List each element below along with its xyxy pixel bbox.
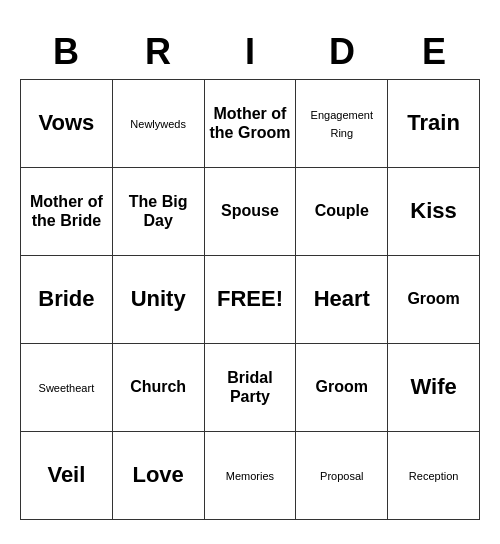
cell-r5c1: Veil: [21, 431, 113, 519]
header-d: D: [296, 25, 388, 79]
table-row: Sweetheart Church Bridal Party Groom Wif…: [21, 343, 480, 431]
cell-r1c5: Train: [388, 79, 480, 167]
cell-r5c3: Memories: [204, 431, 296, 519]
cell-r4c3: Bridal Party: [204, 343, 296, 431]
cell-r2c4: Couple: [296, 167, 388, 255]
table-row: Mother of the Bride The Big Day Spouse C…: [21, 167, 480, 255]
table-row: Bride Unity FREE! Heart Groom: [21, 255, 480, 343]
cell-r3c2: Unity: [112, 255, 204, 343]
cell-r3c1: Bride: [21, 255, 113, 343]
table-row: Veil Love Memories Proposal Reception: [21, 431, 480, 519]
cell-r1c2: Newlyweds: [112, 79, 204, 167]
table-row: Vows Newlyweds Mother of the Groom Engag…: [21, 79, 480, 167]
cell-r2c1: Mother of the Bride: [21, 167, 113, 255]
cell-r4c1: Sweetheart: [21, 343, 113, 431]
cell-r5c4: Proposal: [296, 431, 388, 519]
cell-r4c5: Wife: [388, 343, 480, 431]
cell-r1c1: Vows: [21, 79, 113, 167]
cell-r1c3: Mother of the Groom: [204, 79, 296, 167]
cell-r3c4: Heart: [296, 255, 388, 343]
cell-r2c2: The Big Day: [112, 167, 204, 255]
header-e: E: [388, 25, 480, 79]
header-r: R: [112, 25, 204, 79]
cell-r5c5: Reception: [388, 431, 480, 519]
bingo-grid: Vows Newlyweds Mother of the Groom Engag…: [20, 79, 480, 520]
cell-r4c4: Groom: [296, 343, 388, 431]
cell-r2c5: Kiss: [388, 167, 480, 255]
cell-r3c3: FREE!: [204, 255, 296, 343]
header-i: I: [204, 25, 296, 79]
cell-r2c3: Spouse: [204, 167, 296, 255]
bingo-header: B R I D E: [20, 25, 480, 79]
header-b: B: [20, 25, 112, 79]
cell-r5c2: Love: [112, 431, 204, 519]
cell-r3c5: Groom: [388, 255, 480, 343]
cell-r1c4: Engagement Ring: [296, 79, 388, 167]
cell-r4c2: Church: [112, 343, 204, 431]
